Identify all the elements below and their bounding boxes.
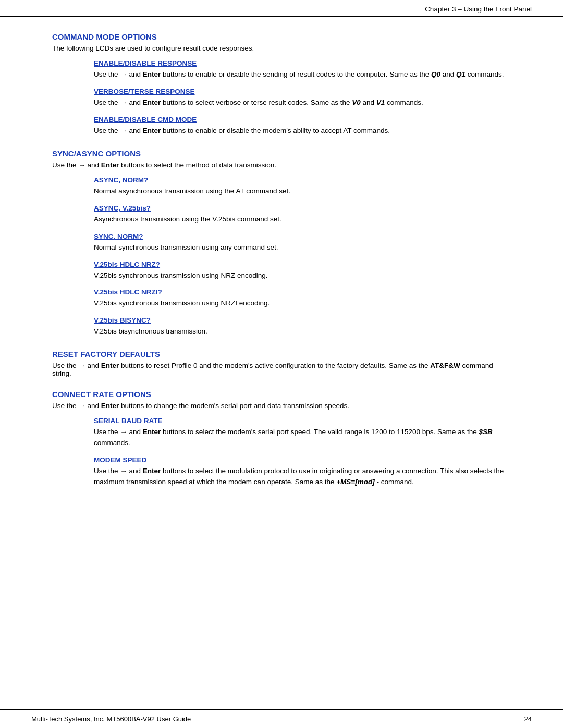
- section-intro-reset-factory: Use the → and Enter buttons to reset Pro…: [52, 362, 511, 377]
- section-title-connect-rate: CONNECT RATE OPTIONS: [52, 390, 511, 399]
- subsection-title-modem-speed: MODEM SPEED: [94, 456, 511, 464]
- subsection-v25bis-hdlc-nrzi: V.25bis HDLC NRZI? V.25bis synchronous t…: [94, 288, 511, 309]
- section-title-reset-factory: RESET FACTORY DEFAULTS: [52, 350, 511, 359]
- section-command-mode-options: COMMAND MODE OPTIONS The following LCDs …: [52, 32, 511, 137]
- subsection-v25bis-hdlc-nrz: V.25bis HDLC NRZ? V.25bis synchronous tr…: [94, 261, 511, 281]
- bold-enter-2: Enter: [143, 98, 161, 106]
- italic-q0: Q0: [431, 70, 440, 78]
- bold-enter: Enter: [143, 70, 161, 78]
- subsection-body-verbose-terse: Use the → and Enter buttons to select ve…: [94, 97, 511, 108]
- subsection-title-enable-disable-response: ENABLE/DISABLE RESPONSE: [94, 59, 511, 67]
- section-intro-command-mode: The following LCDs are used to configure…: [52, 44, 511, 52]
- header-title: Chapter 3 – Using the Front Panel: [425, 5, 532, 13]
- bold-atfw: AT&F&W: [430, 362, 460, 369]
- bold-enter-baud: Enter: [143, 428, 161, 436]
- section-title-command-mode: COMMAND MODE OPTIONS: [52, 32, 511, 41]
- subsection-title-async-norm: ASYNC, NORM?: [94, 176, 511, 184]
- subsection-body-v25bis-bisync: V.25bis bisynchronous transmission.: [94, 326, 511, 337]
- subsection-verbose-terse-response: VERBOSE/TERSE RESPONSE Use the → and Ent…: [94, 88, 511, 108]
- bold-enter-reset: Enter: [101, 362, 119, 369]
- subsection-body-sync-norm: Normal synchronous transmission using an…: [94, 242, 511, 253]
- italic-sb: $SB: [479, 428, 493, 436]
- subsection-serial-baud-rate: SERIAL BAUD RATE Use the → and Enter but…: [94, 417, 511, 449]
- italic-v1: V1: [376, 98, 385, 106]
- italic-v0: V0: [352, 98, 361, 106]
- subsection-body-v25bis-nrz: V.25bis synchronous transmission using N…: [94, 270, 511, 281]
- subsection-title-v25bis-bisync: V.25bis BISYNC?: [94, 316, 511, 324]
- subsection-body-v25bis-nrzi: V.25bis synchronous transmission using N…: [94, 298, 511, 309]
- subsection-title-v25bis-nrzi: V.25bis HDLC NRZI?: [94, 288, 511, 296]
- subsection-title-serial-baud: SERIAL BAUD RATE: [94, 417, 511, 425]
- footer-left-text: Multi-Tech Systems, Inc. MT5600BA-V92 Us…: [31, 715, 191, 723]
- section-reset-factory: RESET FACTORY DEFAULTS Use the → and Ent…: [52, 350, 511, 377]
- subsection-body-enable-disable-response: Use the → and Enter buttons to enable or…: [94, 69, 511, 80]
- subsection-async-v25bis: ASYNC, V.25bis? Asynchronous transmissio…: [94, 204, 511, 225]
- bold-enter-3: Enter: [143, 127, 161, 134]
- subsection-title-v25bis-nrz: V.25bis HDLC NRZ?: [94, 261, 511, 268]
- italic-q1: Q1: [456, 70, 466, 78]
- footer-page-number: 24: [524, 715, 532, 723]
- section-sync-async: SYNC/ASYNC OPTIONS Use the → and Enter b…: [52, 149, 511, 338]
- page-header: Chapter 3 – Using the Front Panel: [0, 0, 563, 17]
- bold-enter-modem: Enter: [143, 467, 161, 475]
- bold-enter-connect: Enter: [101, 402, 119, 410]
- section-connect-rate: CONNECT RATE OPTIONS Use the → and Enter…: [52, 390, 511, 488]
- subsection-async-norm: ASYNC, NORM? Normal asynchronous transmi…: [94, 176, 511, 197]
- subsection-enable-disable-cmd: ENABLE/DISABLE CMD MODE Use the → and En…: [94, 116, 511, 137]
- subsection-body-async-v25bis: Asynchronous transmission using the V.25…: [94, 214, 511, 225]
- subsection-enable-disable-response: ENABLE/DISABLE RESPONSE Use the → and En…: [94, 59, 511, 80]
- subsection-modem-speed: MODEM SPEED Use the → and Enter buttons …: [94, 456, 511, 488]
- section-intro-sync-async: Use the → and Enter buttons to select th…: [52, 161, 511, 169]
- subsection-title-enable-disable-cmd: ENABLE/DISABLE CMD MODE: [94, 116, 511, 124]
- subsection-title-sync-norm: SYNC, NORM?: [94, 232, 511, 240]
- subsection-body-async-norm: Normal asynchronous transmission using t…: [94, 186, 511, 197]
- subsection-v25bis-bisync: V.25bis BISYNC? V.25bis bisynchronous tr…: [94, 316, 511, 337]
- subsection-body-enable-disable-cmd: Use the → and Enter buttons to enable or…: [94, 126, 511, 137]
- page-footer: Multi-Tech Systems, Inc. MT5600BA-V92 Us…: [0, 709, 563, 728]
- subsection-title-verbose-terse: VERBOSE/TERSE RESPONSE: [94, 88, 511, 95]
- subsection-body-modem-speed: Use the → and Enter buttons to select th…: [94, 466, 511, 488]
- content-area: COMMAND MODE OPTIONS The following LCDs …: [0, 17, 563, 532]
- section-title-sync-async: SYNC/ASYNC OPTIONS: [52, 149, 511, 158]
- subsection-sync-norm: SYNC, NORM? Normal synchronous transmiss…: [94, 232, 511, 253]
- section-intro-connect-rate: Use the → and Enter buttons to change th…: [52, 402, 511, 410]
- bold-enter-sync: Enter: [101, 161, 119, 169]
- page-container: Chapter 3 – Using the Front Panel COMMAN…: [0, 0, 563, 728]
- subsection-body-serial-baud: Use the → and Enter buttons to select th…: [94, 427, 511, 449]
- subsection-title-async-v25bis: ASYNC, V.25bis?: [94, 204, 511, 212]
- italic-ms-mod: +MS=[mod]: [336, 478, 375, 486]
